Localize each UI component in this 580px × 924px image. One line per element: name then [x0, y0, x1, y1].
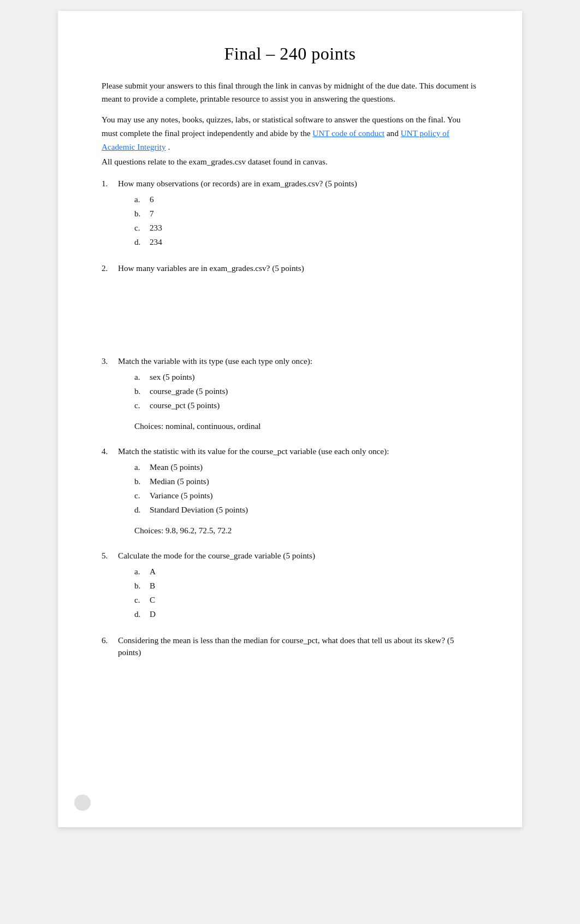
question-item: 5.Calculate the mode for the course_grad…	[102, 550, 478, 621]
page: Final – 240 points Please submit your an…	[58, 11, 522, 827]
option-label: d.	[134, 235, 145, 249]
option-item: d.D	[134, 607, 478, 621]
option-item: a.A	[134, 564, 478, 579]
question-number: 1.	[102, 178, 115, 190]
option-label: a.	[134, 460, 145, 474]
option-label: a.	[134, 192, 145, 207]
option-item: b.B	[134, 579, 478, 593]
option-item: a.Mean (5 points)	[134, 460, 478, 474]
answer-space	[102, 661, 478, 770]
options-list: a.Ab.Bc.Cd.D	[102, 564, 478, 621]
option-text: Standard Deviation (5 points)	[150, 503, 248, 517]
options-list: a.sex (5 points)b.course_grade (5 points…	[102, 370, 478, 413]
question-number: 6.	[102, 634, 115, 660]
question-text: Considering the mean is less than the me…	[118, 634, 478, 660]
bottom-icon	[74, 794, 91, 811]
choices-text: 9.8, 96.2, 72.5, 72.2	[165, 526, 232, 535]
option-text: C	[150, 593, 155, 607]
option-text: course_pct (5 points)	[150, 398, 220, 413]
option-item: b.Median (5 points)	[134, 474, 478, 489]
option-text: B	[150, 579, 155, 593]
option-label: c.	[134, 593, 145, 607]
option-text: A	[150, 564, 156, 579]
option-label: d.	[134, 503, 145, 517]
option-text: Median (5 points)	[150, 474, 209, 489]
answer-space	[102, 276, 478, 342]
question-text: How many variables are in exam_grades.cs…	[118, 262, 304, 275]
option-text: D	[150, 607, 156, 621]
choices-label: Choices:	[134, 526, 165, 535]
question-item: 6.Considering the mean is less than the …	[102, 634, 478, 771]
question-item: 1.How many observations (or records) are…	[102, 178, 478, 249]
option-label: b.	[134, 579, 145, 593]
page-title: Final – 240 points	[102, 44, 478, 64]
option-text: 234	[150, 235, 162, 249]
intro-paragraph-1: Please submit your answers to this final…	[102, 79, 478, 105]
question-item: 2.How many variables are in exam_grades.…	[102, 262, 478, 343]
question-item: 4.Match the statistic with its value for…	[102, 445, 478, 537]
option-text: Variance (5 points)	[150, 489, 213, 503]
option-text: sex (5 points)	[150, 370, 195, 384]
choices-label: Choices:	[134, 421, 165, 431]
option-item: d.Standard Deviation (5 points)	[134, 503, 478, 517]
option-label: a.	[134, 564, 145, 579]
choices-line: Choices: 9.8, 96.2, 72.5, 72.2	[102, 525, 478, 537]
option-label: d.	[134, 607, 145, 621]
question-number: 3.	[102, 355, 115, 368]
dataset-note: All questions relate to the exam_grades.…	[102, 157, 478, 167]
choices-text: nominal, continuous, ordinal	[165, 421, 261, 431]
option-text: 6	[150, 192, 154, 207]
question-text: How many observations (or records) are i…	[118, 178, 357, 190]
question-text: Calculate the mode for the course_grade …	[118, 550, 315, 562]
option-text: 7	[150, 207, 154, 221]
unt-code-conduct-link[interactable]: UNT code of conduct	[312, 128, 384, 138]
choices-line: Choices: nominal, continuous, ordinal	[102, 420, 478, 433]
question-number: 2.	[102, 262, 115, 275]
option-label: b.	[134, 474, 145, 489]
question-text: Match the variable with its type (use ea…	[118, 355, 312, 368]
option-label: c.	[134, 489, 145, 503]
question-number: 5.	[102, 550, 115, 562]
options-list: a.6b.7c.233d.234	[102, 192, 478, 249]
option-item: b.course_grade (5 points)	[134, 384, 478, 398]
option-item: d.234	[134, 235, 478, 249]
option-text: Mean (5 points)	[150, 460, 203, 474]
question-number: 4.	[102, 445, 115, 458]
options-list: a.Mean (5 points)b.Median (5 points)c.Va…	[102, 460, 478, 516]
option-item: b.7	[134, 207, 478, 221]
option-item: c.C	[134, 593, 478, 607]
option-text: 233	[150, 221, 162, 235]
question-text: Match the statistic with its value for t…	[118, 445, 389, 458]
option-item: c.233	[134, 221, 478, 235]
option-label: b.	[134, 384, 145, 398]
option-label: c.	[134, 221, 145, 235]
option-item: a.sex (5 points)	[134, 370, 478, 384]
option-item: a.6	[134, 192, 478, 207]
option-label: b.	[134, 207, 145, 221]
option-item: c.course_pct (5 points)	[134, 398, 478, 413]
intro-paragraph-2: You may use any notes, books, quizzes, l…	[102, 113, 478, 154]
option-text: course_grade (5 points)	[150, 384, 228, 398]
question-item: 3.Match the variable with its type (use …	[102, 355, 478, 432]
option-label: c.	[134, 398, 145, 413]
option-label: a.	[134, 370, 145, 384]
option-item: c.Variance (5 points)	[134, 489, 478, 503]
questions-list: 1.How many observations (or records) are…	[102, 178, 478, 770]
